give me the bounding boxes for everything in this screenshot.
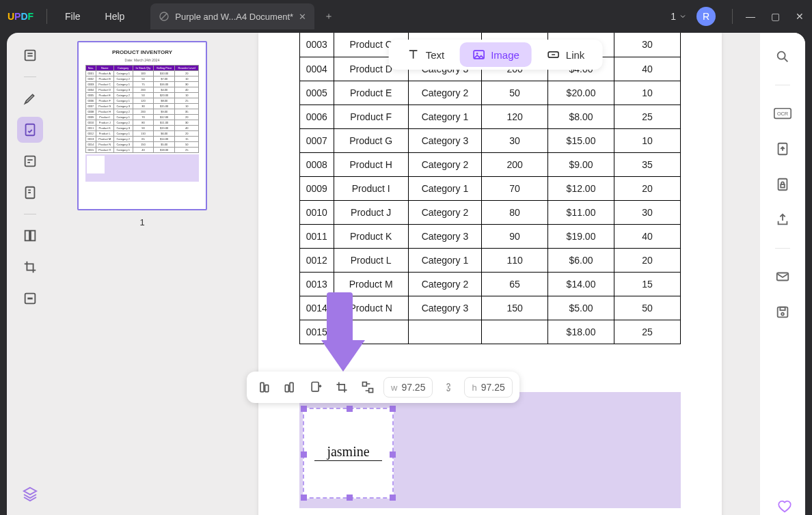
table-cell[interactable]: Category 1 <box>408 248 481 272</box>
table-row[interactable]: 0008Product HCategory 2200$9.0035 <box>300 152 681 176</box>
table-cell[interactable]: 10 <box>614 81 681 105</box>
table-cell[interactable]: 20 <box>614 248 681 272</box>
table-cell[interactable]: 25 <box>614 320 681 344</box>
table-cell[interactable]: 50 <box>482 81 548 105</box>
table-cell[interactable]: 0011 <box>300 224 334 248</box>
redact-tool[interactable] <box>17 286 43 311</box>
table-cell[interactable]: 50 <box>614 296 681 320</box>
selected-image[interactable]: jasmine <box>303 408 394 499</box>
table-cell[interactable]: 30 <box>614 33 681 57</box>
table-row[interactable]: 0011Product KCategory 390$19.0040 <box>300 224 681 248</box>
table-cell[interactable]: Category 1 <box>408 176 481 200</box>
share-button[interactable] <box>771 208 794 232</box>
lock-aspect-button[interactable] <box>438 377 459 398</box>
form-tool[interactable] <box>17 180 43 206</box>
table-cell[interactable]: Product K <box>334 224 408 248</box>
close-button[interactable]: ✕ <box>787 11 812 22</box>
table-cell[interactable]: Category 3 <box>408 128 481 152</box>
width-input[interactable]: w 97.25 <box>383 377 433 398</box>
table-cell[interactable]: $6.00 <box>548 248 614 272</box>
rotate-right-button[interactable] <box>280 377 300 398</box>
table-cell[interactable]: $5.00 <box>548 296 614 320</box>
resize-handle-s[interactable] <box>347 495 353 501</box>
table-cell[interactable]: Category 2 <box>408 152 481 176</box>
table-cell[interactable]: Product F <box>334 105 408 128</box>
table-cell[interactable]: 0004 <box>300 57 334 81</box>
table-cell[interactable]: 70 <box>482 176 548 200</box>
table-cell[interactable]: 0005 <box>300 81 334 105</box>
table-cell[interactable]: 65 <box>482 272 548 296</box>
table-row[interactable]: 0006Product FCategory 1120$8.0025 <box>300 105 681 128</box>
table-cell[interactable]: 110 <box>482 248 548 272</box>
table-cell[interactable]: 0003 <box>300 33 334 57</box>
table-cell[interactable]: 30 <box>614 200 681 224</box>
page-tool[interactable] <box>17 148 43 174</box>
resize-handle-e[interactable] <box>390 451 396 458</box>
table-cell[interactable]: 35 <box>614 152 681 176</box>
resize-handle-w[interactable] <box>301 451 307 458</box>
organize-tool[interactable] <box>17 223 43 249</box>
extract-button[interactable] <box>306 377 326 398</box>
table-cell[interactable] <box>482 320 548 344</box>
save-button[interactable] <box>771 301 794 324</box>
heart-icon[interactable] <box>776 499 793 514</box>
user-avatar[interactable]: R <box>696 7 716 26</box>
maximize-button[interactable]: ▢ <box>763 11 787 22</box>
table-cell[interactable]: $15.00 <box>548 128 614 152</box>
document-tab[interactable]: Purple and W...A4 Document* ✕ <box>150 3 314 29</box>
table-cell[interactable]: $14.00 <box>548 272 614 296</box>
email-button[interactable] <box>771 265 794 288</box>
table-cell[interactable]: 90 <box>482 224 548 248</box>
text-tool[interactable]: Text <box>394 42 457 67</box>
protect-button[interactable] <box>771 173 794 196</box>
crop-tool[interactable] <box>17 254 43 280</box>
page-thumbnail[interactable]: PRODUCT INVENTORY Date: March 24th 2024 … <box>77 41 207 210</box>
table-cell[interactable]: 0012 <box>300 248 334 272</box>
close-tab-icon[interactable]: ✕ <box>299 12 306 22</box>
table-cell[interactable]: Category 2 <box>408 81 481 105</box>
table-row[interactable]: 0010Product JCategory 280$11.0030 <box>300 200 681 224</box>
table-cell[interactable]: 0006 <box>300 105 334 128</box>
resize-handle-sw[interactable] <box>301 495 307 501</box>
resize-handle-n[interactable] <box>347 406 353 412</box>
edit-tool[interactable] <box>17 117 43 143</box>
table-cell[interactable]: Product H <box>334 152 408 176</box>
window-count[interactable]: 1 <box>671 11 687 22</box>
table-cell[interactable]: 0009 <box>300 176 334 200</box>
table-cell[interactable]: $18.00 <box>548 320 614 344</box>
table-cell[interactable]: Category 3 <box>408 224 481 248</box>
table-cell[interactable]: 0007 <box>300 128 334 152</box>
table-cell[interactable]: 15 <box>614 272 681 296</box>
table-cell[interactable]: $19.00 <box>548 224 614 248</box>
table-cell[interactable]: Product L <box>334 248 408 272</box>
table-cell[interactable]: 120 <box>482 105 548 128</box>
table-cell[interactable]: 0010 <box>300 200 334 224</box>
table-cell[interactable]: 25 <box>614 105 681 128</box>
table-cell[interactable]: Product E <box>334 81 408 105</box>
table-cell[interactable]: Category 1 <box>408 105 481 128</box>
document-page[interactable]: 0003Product CCategory 175$16.00300004Pro… <box>258 33 722 515</box>
table-cell[interactable]: $8.00 <box>548 105 614 128</box>
table-cell[interactable]: 30 <box>482 128 548 152</box>
new-tab-button[interactable]: ＋ <box>324 10 334 23</box>
menu-help[interactable]: Help <box>93 11 137 22</box>
table-cell[interactable]: Product J <box>334 200 408 224</box>
table-row[interactable]: 0009Product ICategory 170$12.0020 <box>300 176 681 200</box>
table-cell[interactable]: $11.00 <box>548 200 614 224</box>
table-cell[interactable]: 40 <box>614 57 681 81</box>
reader-tool[interactable] <box>17 42 43 68</box>
rotate-left-button[interactable] <box>254 377 274 398</box>
resize-handle-nw[interactable] <box>301 406 307 412</box>
image-tool[interactable]: Image <box>459 42 532 67</box>
crop-button[interactable] <box>331 377 352 398</box>
height-input[interactable]: h 97.25 <box>464 377 512 398</box>
table-cell[interactable]: Product G <box>334 128 408 152</box>
table-cell[interactable] <box>408 320 481 344</box>
canvas[interactable]: Text Image Link 0003Product CCategory 17… <box>231 33 760 515</box>
link-tool[interactable]: Link <box>534 42 597 67</box>
table-cell[interactable]: 20 <box>614 176 681 200</box>
minimize-button[interactable]: — <box>738 11 763 22</box>
table-cell[interactable]: $12.00 <box>548 176 614 200</box>
table-cell[interactable]: Category 2 <box>408 200 481 224</box>
table-cell[interactable]: 10 <box>614 128 681 152</box>
